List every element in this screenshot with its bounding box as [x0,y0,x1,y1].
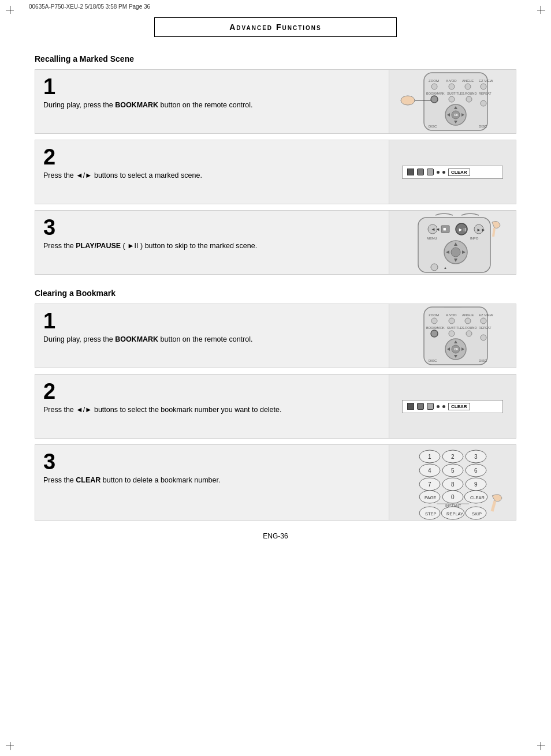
svg-text:SUBTITLE: SUBTITLE [447,92,463,95]
page-number: ENG-36 [263,532,288,540]
svg-text:MENU: MENU [427,237,437,240]
clearing-step2-image: CLEAR [389,375,516,438]
svg-point-6 [465,84,471,89]
clearing-step2-text: 2 Press the ◄/► buttons to select the bo… [35,375,389,438]
svg-text:BOOKMARK: BOOKMARK [426,92,445,95]
svg-text:▲: ▲ [444,266,447,270]
svg-text:2: 2 [451,454,455,460]
svg-text:S.ROUND: S.ROUND [462,92,476,95]
svg-text:EZ VIEW: EZ VIEW [479,79,493,83]
svg-point-60 [449,331,455,336]
svg-text:REPEAT: REPEAT [479,326,492,330]
svg-text:1: 1 [428,454,431,460]
svg-point-54 [465,318,471,324]
recalling-step1-image: ZOOM A.VOD ANGLE EZ VIEW BOOKMARK SUBTIT… [389,70,516,133]
svg-text:REPEAT: REPEAT [479,92,492,95]
svg-text:CLEAR: CLEAR [470,495,485,500]
clearing-step-number-2: 2 [43,380,381,402]
svg-text:ZOOM: ZOOM [429,79,439,83]
recalling-step3-text: 3 Press the PLAY/PAUSE ( ►II ) button to… [35,211,389,274]
svg-text:3: 3 [474,454,478,460]
svg-text:OK: OK [454,347,459,351]
svg-text:0: 0 [451,494,455,500]
svg-text:PAGE: PAGE [425,495,436,500]
bm-icon2 [417,169,424,175]
recalling-step3-image: ◄◄ ■ ►II ►► MENU INFO [389,211,516,274]
svg-text:REPLAY: REPLAY [446,511,463,517]
clearing-step2: 2 Press the ◄/► buttons to select the bo… [35,374,516,439]
bm-dot2 [442,171,445,174]
clearing-step1: 1 During play, press the BOOKMARK button… [35,304,516,368]
bm-icon3 [427,169,434,175]
bm2-dot1 [437,405,440,408]
bm2-icon3 [427,403,434,410]
clearing-step1-text: 1 During play, press the BOOKMARK button… [35,304,389,368]
recalling-step2-desc: Press the ◄/► buttons to select a marked… [43,171,202,179]
footer: ENG-36 [35,532,516,540]
header-box: Advanced Functions [154,17,397,37]
clearing-step3: 3 Press the CLEAR button to delete a boo… [35,444,516,521]
clearing-step1-desc: During play, press the BOOKMARK button o… [43,335,252,343]
bm2-clear-label: CLEAR [448,403,470,410]
svg-text:4: 4 [428,467,431,474]
clearing-remote-svg: ZOOM A.VOD ANGLE EZ VIEW BOOKMARK SUBTIT… [395,306,511,366]
step-number-2: 2 [43,146,381,168]
svg-text:A.VOD: A.VOD [446,79,457,83]
svg-text:SUBTITLE: SUBTITLE [447,326,463,330]
svg-text:S.ROUND: S.ROUND [462,326,476,330]
svg-text:6: 6 [474,467,478,474]
svg-text:SKIP: SKIP [472,511,482,517]
svg-text:►►: ►► [476,227,486,233]
numpad-svg: 1 2 3 4 5 6 7 8 9 PA [395,445,511,520]
svg-point-8 [481,84,486,89]
svg-text:7: 7 [428,481,431,488]
bm-icon1 [407,169,414,175]
recalling-step2-text: 2 Press the ◄/► buttons to select a mark… [35,140,389,204]
bm-dot1 [437,171,440,174]
page-title: Advanced Functions [229,23,321,32]
svg-point-27 [401,96,415,105]
recalling-step3-desc: Press the PLAY/PAUSE ( ►II ) button to s… [43,242,257,250]
svg-text:BOOKMARK: BOOKMARK [426,326,445,330]
svg-point-14 [466,96,472,102]
bm-clear-label: CLEAR [448,169,470,176]
svg-text:►II: ►II [458,227,466,233]
clearing-step3-text: 3 Press the CLEAR button to delete a boo… [35,445,389,520]
svg-text:ANGLE: ANGLE [462,79,474,83]
svg-text:ZOOM: ZOOM [429,313,439,317]
svg-point-64 [481,335,486,340]
recalling-heading: Recalling a Marked Scene [35,54,516,63]
svg-point-40 [451,248,460,257]
clearing-step-number-3: 3 [43,451,381,473]
play-remote-svg: ◄◄ ■ ►II ►► MENU INFO [395,211,511,274]
step-number-3: 3 [43,216,381,238]
clearing-step2-desc: Press the ◄/► buttons to select the book… [43,406,281,414]
svg-text:5: 5 [451,467,455,474]
remote-control-svg: ZOOM A.VOD ANGLE EZ VIEW BOOKMARK SUBTIT… [395,72,511,132]
clearing-step3-image: 1 2 3 4 5 6 7 8 9 PA [389,445,516,520]
clearing-step3-desc: Press the CLEAR button to delete a bookm… [43,476,220,484]
recalling-step3: 3 Press the PLAY/PAUSE ( ►II ) button to… [35,210,516,275]
recalling-step1-text: 1 During play, press the BOOKMARK button… [35,70,389,133]
clearing-step1-image: ZOOM A.VOD ANGLE EZ VIEW BOOKMARK SUBTIT… [389,304,516,368]
svg-point-50 [431,318,437,324]
bm2-icon2 [417,403,424,410]
bm2-icon1 [407,403,414,410]
svg-point-12 [449,96,455,102]
svg-text:EZ VIEW: EZ VIEW [479,313,493,317]
recalling-step2: 2 Press the ◄/► buttons to select a mark… [35,140,516,204]
svg-text:DISC: DISC [479,359,487,362]
svg-point-52 [449,318,455,324]
clearing-step-number-1: 1 [43,310,381,332]
svg-point-58 [431,330,438,337]
step-number-1: 1 [43,76,381,98]
svg-text:DISC: DISC [429,359,437,362]
svg-text:OK: OK [454,113,459,117]
recalling-step1-desc: During play, press the BOOKMARK button o… [43,101,252,109]
svg-text:A.VOD: A.VOD [446,313,457,317]
bm2-dot2 [442,405,445,408]
svg-text:■: ■ [443,226,446,232]
clearing-heading: Clearing a Bookmark [35,289,516,298]
svg-point-10 [431,96,438,103]
svg-point-4 [449,84,455,89]
